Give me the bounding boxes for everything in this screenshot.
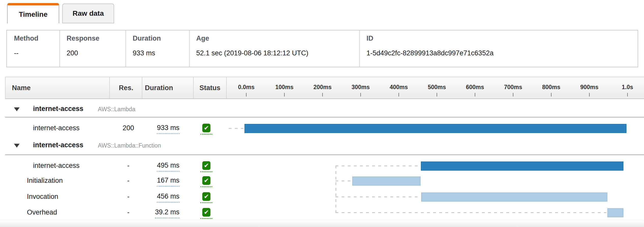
axis-tick-label: 700ms [495,84,531,91]
row-name: internet-access [33,162,80,170]
summary-duration-value: 933 ms [133,49,155,57]
row-duration: 495 ms [135,161,179,172]
row-duration: 167 ms [135,176,179,187]
axis-tick-mark [398,93,399,96]
status-ok-icon[interactable]: ✔ [202,124,210,132]
summary-method-label: Method [14,35,38,42]
row-name: Initialization [27,177,63,185]
summary-method-value: -- [14,49,19,57]
row-duration: 39.2 ms [135,208,179,218]
column-header-status: Status [194,77,226,99]
tab-timeline-label: Timeline [19,10,48,19]
summary-method: Method -- [7,30,59,67]
axis-tick-label: 100ms [267,84,302,91]
xray-trace-panel: Timeline Raw data Method -- Response 200… [0,0,644,227]
group-row-service-type: AWS::Lambda::Function [98,142,161,149]
axis-tick-label: 600ms [457,84,493,91]
axis-tick-label: 0.0ms [228,84,264,91]
row-duration-value[interactable]: 167 ms [157,176,179,187]
axis-tick-mark [360,93,361,96]
column-separator [142,77,142,99]
group-row-name: internet-access [33,105,83,113]
timeline-bar[interactable] [244,124,626,133]
axis-tick-label: 500ms [419,84,455,91]
timeline-bar[interactable] [421,161,623,171]
group-row-name: internet-access [33,141,83,149]
status-ok-underline [201,171,212,172]
axis-tick-mark [589,93,590,96]
row-name: internet-access [33,124,80,132]
timeline-bar[interactable] [607,208,623,217]
bottom-fade [0,220,644,227]
tab-timeline[interactable]: Timeline [7,3,59,23]
row-name: Invocation [27,193,58,201]
status-ok-icon[interactable]: ✔ [202,161,210,170]
timeline-lead-dash [229,128,243,129]
summary-id-value: 1-5d49c2fc-82899913a8dc997e71c6352a [366,49,494,57]
group-divider [5,117,644,118]
subsegment-bracket-line [335,166,336,213]
summary-response-value: 200 [67,49,78,57]
axis-tick-mark [437,93,437,96]
summary-id: ID 1-5d49c2fc-82899913a8dc997e71c6352a [359,30,638,67]
tab-raw-data[interactable]: Raw data [62,4,114,23]
timeline-lead-dash [335,181,351,181]
status-ok-icon[interactable]: ✔ [202,208,210,217]
status-ok-underline [201,186,212,187]
tab-raw-data-label: Raw data [73,9,104,18]
status-ok-icon[interactable]: ✔ [202,176,210,185]
summary-duration-label: Duration [133,35,161,42]
axis-tick-label: 400ms [381,84,417,91]
axis-tick-mark [551,93,551,96]
row-duration: 933 ms [135,124,179,134]
summary-duration: Duration 933 ms [126,30,189,67]
timeline-bar[interactable] [352,176,421,186]
axis-tick-mark [284,93,285,96]
axis-tick-label: 800ms [533,84,569,91]
trace-table-header: Name Res. Duration Status 0.0ms100ms200m… [5,77,644,99]
table-row[interactable] [5,173,644,189]
row-duration-value[interactable]: 495 ms [157,161,179,172]
axis-tick-mark [627,93,628,96]
axis-tick-mark [475,93,475,96]
status-ok-underline [201,134,212,135]
group-divider [5,154,644,155]
summary-age-label: Age [196,35,209,42]
status-ok-underline [201,218,212,219]
collapse-triangle-icon[interactable] [14,107,20,111]
row-duration-value[interactable]: 456 ms [157,192,179,203]
axis-tick-mark [246,93,247,96]
timeline-lead-dash [335,166,420,166]
summary-response-label: Response [67,35,99,42]
timeline-lead-dash [335,212,606,213]
row-duration-value[interactable]: 933 ms [157,124,179,134]
summary-id-label: ID [366,35,373,42]
collapse-triangle-icon[interactable] [14,144,20,148]
row-duration: 456 ms [135,192,179,203]
axis-tick-label: 1.0s [610,84,644,91]
axis-tick-mark [322,93,323,96]
axis-tick-label: 200ms [305,84,340,91]
summary-response: Response 200 [59,30,126,67]
status-ok-underline [201,202,212,203]
summary-age-value: 52.1 sec (2019-08-06 18:12:12 UTC) [196,49,308,57]
timeline-lead-dash [335,197,420,197]
column-header-res: Res. [110,77,142,99]
column-header-duration: Duration [145,77,173,99]
axis-tick-label: 300ms [343,84,378,91]
row-duration-value[interactable]: 39.2 ms [155,208,179,218]
summary-age: Age 52.1 sec (2019-08-06 18:12:12 UTC) [189,30,359,67]
trace-summary-panel: Method -- Response 200 Duration 933 ms A… [6,30,638,67]
group-row-service-type: AWS::Lambda [98,106,135,113]
column-separator [226,77,227,99]
row-name: Overhead [27,208,57,216]
timeline-bar[interactable] [421,192,607,202]
axis-tick-mark [513,93,513,96]
column-header-name: Name [12,77,31,99]
status-ok-icon[interactable]: ✔ [202,192,210,201]
axis-tick-label: 900ms [572,84,607,91]
